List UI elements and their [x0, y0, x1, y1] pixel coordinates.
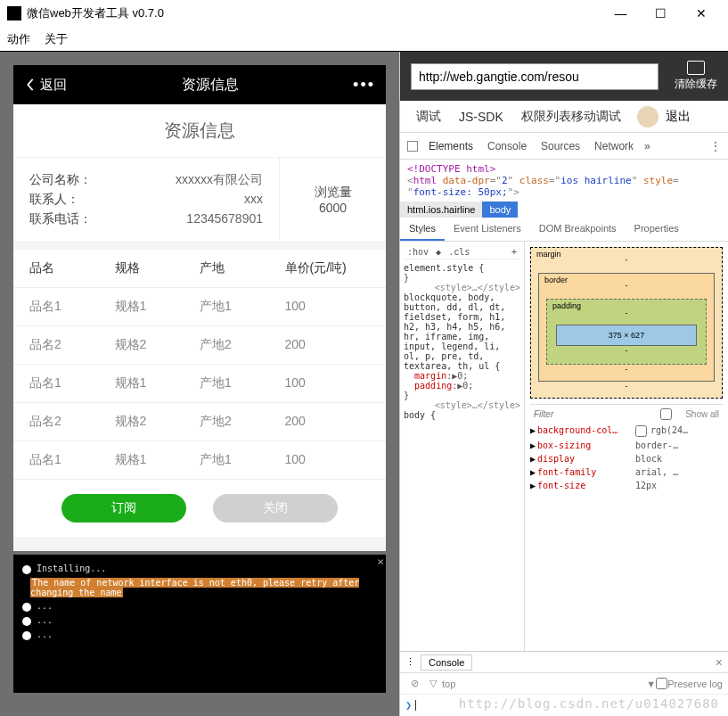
table-row: 品名2规格2产地2200: [13, 326, 386, 365]
company-value: xxxxxx有限公司: [99, 172, 263, 188]
console-close-icon[interactable]: ×: [377, 555, 384, 568]
computed-panel: margin- border- padding- 375 × 627 - - -…: [525, 242, 728, 651]
box-content: 375 × 627: [556, 325, 697, 346]
titlebar: 微信web开发者工具 v0.7.0 — ☐ ✕: [0, 0, 728, 27]
devtools-pane: 清除缓存 调试 JS-SDK 权限列表移动调试 退出 Elements Cons…: [399, 52, 728, 716]
table-row: 品名1规格1产地1100: [13, 288, 386, 326]
dom-tree[interactable]: <!DOCTYPE html> <html data-dpr="2" class…: [400, 160, 728, 202]
nav-title: 资源信息: [67, 76, 353, 95]
log-bullet-icon: [22, 565, 31, 574]
log-bullet-icon: [22, 631, 31, 640]
log-bullet-icon: [22, 617, 31, 626]
tab-perm[interactable]: 权限列表: [521, 109, 571, 125]
menubar: 动作 关于: [0, 27, 728, 52]
menu-action[interactable]: 动作: [7, 31, 30, 47]
cache-icon: [687, 61, 705, 75]
simulator-pane: 返回 资源信息 ••• 资源信息 公司名称：xxxxxx有限公司 联系人：xxx…: [0, 52, 399, 716]
box-model[interactable]: margin- border- padding- 375 × 627 - - -: [530, 247, 723, 399]
avatar[interactable]: [637, 106, 658, 128]
close-button[interactable]: ✕: [681, 0, 721, 27]
filter-icon[interactable]: ▽: [429, 678, 437, 689]
page-title: 资源信息: [13, 104, 386, 157]
drawer-tab-console[interactable]: Console: [421, 654, 472, 671]
price-table: 品名 规格 产地 单价(元/吨) 品名1规格1产地1100 品名2规格2产地22…: [13, 250, 386, 480]
inspect-icon[interactable]: [407, 141, 418, 152]
crumb-html[interactable]: html.ios.hairline: [400, 202, 482, 218]
table-row: 品名1规格1产地1100: [13, 441, 386, 480]
minimize-button[interactable]: —: [601, 0, 641, 27]
window-title: 微信web开发者工具 v0.7.0: [27, 5, 601, 21]
phone-label: 联系电话：: [29, 211, 99, 227]
maximize-button[interactable]: ☐: [641, 0, 681, 27]
table-header: 品名 规格 产地 单价(元/吨): [13, 250, 386, 288]
contact-value: xxx: [99, 192, 263, 208]
subscribe-button[interactable]: 订阅: [61, 494, 186, 523]
computed-list[interactable]: ▶background-col…rgb(24… ▶box-sizingborde…: [530, 424, 723, 492]
panel-network[interactable]: Network: [594, 140, 634, 152]
chevron-right-icon[interactable]: »: [644, 140, 650, 152]
chevron-left-icon: [24, 78, 37, 91]
info-box: 公司名称：xxxxxx有限公司 联系人：xxx 联系电话：12345678901…: [13, 157, 386, 243]
drawer-close-icon[interactable]: ×: [716, 655, 723, 670]
crumb-body[interactable]: body: [482, 202, 518, 218]
simulator-console: × Installing... The name of network inte…: [13, 555, 386, 693]
devtool-tabs: 调试 JS-SDK 权限列表移动调试 退出: [400, 101, 728, 133]
prop-checkbox[interactable]: [635, 425, 647, 437]
tab-styles[interactable]: Styles: [400, 218, 445, 241]
style-filter-input[interactable]: [534, 409, 647, 419]
panel-sources[interactable]: Sources: [541, 140, 580, 152]
tab-mobile[interactable]: 移动调试: [571, 109, 621, 125]
breadcrumb: html.ios.hairline body: [400, 202, 728, 218]
tab-debug[interactable]: 调试: [416, 109, 441, 125]
contact-label: 联系人：: [29, 192, 99, 208]
phone-content: 资源信息 公司名称：xxxxxx有限公司 联系人：xxx 联系电话：123456…: [13, 104, 386, 551]
phone-navbar: 返回 资源信息 •••: [13, 65, 386, 104]
app-icon: [7, 6, 21, 21]
styles-rules[interactable]: :hov◆.cls+ element.style { } <style>…</s…: [400, 242, 525, 651]
back-button[interactable]: 返回: [24, 77, 67, 94]
style-tabs: Styles Event Listeners DOM Breakpoints P…: [400, 218, 728, 242]
url-bar: 清除缓存: [400, 52, 728, 101]
show-all-checkbox[interactable]: [647, 408, 685, 420]
tab-dom-breakpoints[interactable]: DOM Breakpoints: [530, 218, 626, 241]
log-bullet-icon: [22, 603, 31, 612]
more-icon[interactable]: •••: [353, 76, 375, 95]
views-value: 6000: [319, 201, 347, 215]
tab-sdk[interactable]: JS-SDK: [459, 110, 503, 124]
company-label: 公司名称：: [29, 172, 99, 188]
clear-cache-button[interactable]: 清除缓存: [675, 61, 717, 92]
panel-tabs: Elements Console Sources Network » ⋮: [400, 133, 728, 160]
views-label: 浏览量: [315, 185, 352, 201]
phone-value: 12345678901: [99, 211, 263, 227]
button-row: 订阅 关闭: [13, 480, 386, 537]
exit-button[interactable]: 退出: [666, 109, 691, 125]
log-error: The name of network interface is not eth…: [30, 578, 359, 597]
panel-console[interactable]: Console: [487, 140, 527, 152]
menu-about[interactable]: 关于: [45, 31, 68, 47]
tab-properties[interactable]: Properties: [626, 218, 688, 241]
phone-frame: 返回 资源信息 ••• 资源信息 公司名称：xxxxxx有限公司 联系人：xxx…: [13, 65, 386, 551]
url-input[interactable]: [411, 63, 658, 90]
table-row: 品名2规格2产地2200: [13, 403, 386, 441]
drawer-toggle-icon[interactable]: ⋮: [405, 656, 415, 668]
close-phone-button[interactable]: 关闭: [213, 494, 338, 523]
panel-elements[interactable]: Elements: [429, 140, 473, 152]
clear-console-icon[interactable]: ⊘: [411, 678, 419, 689]
tab-event-listeners[interactable]: Event Listeners: [445, 218, 530, 241]
more-vert-icon[interactable]: ⋮: [710, 140, 721, 152]
preserve-log-checkbox[interactable]: [656, 678, 667, 689]
table-row: 品名1规格1产地1100: [13, 365, 386, 403]
watermark: http://blog.csdn.net/u014027680: [459, 696, 719, 711]
